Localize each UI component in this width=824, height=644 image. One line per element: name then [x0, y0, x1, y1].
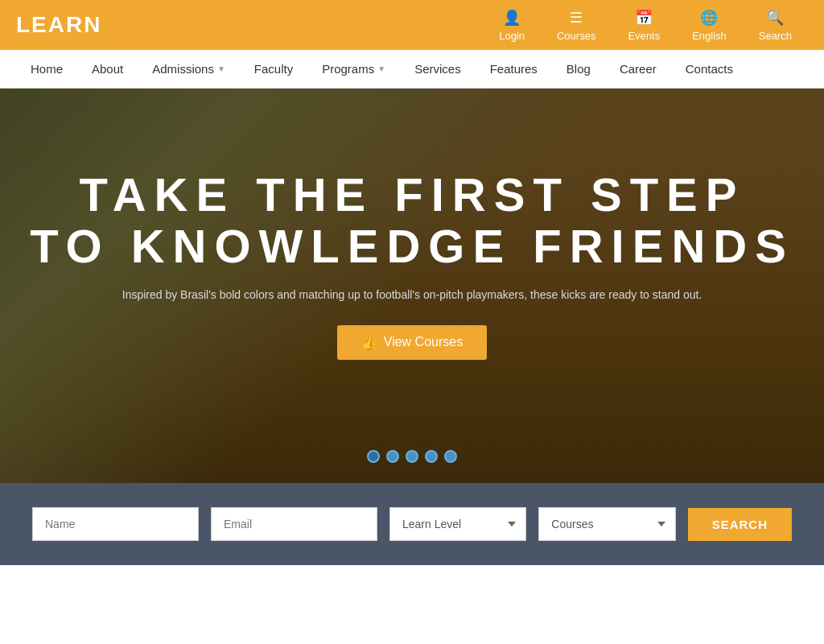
hero-title-line1: TAKE THE FIRST STEP	[0, 169, 824, 221]
slide-dot-5[interactable]	[444, 450, 457, 463]
slide-dot-4[interactable]	[425, 450, 438, 463]
navbar: Home About Admissions ▼ Faculty Programs…	[0, 50, 824, 89]
nav-blog[interactable]: Blog	[552, 50, 605, 88]
slide-dot-1[interactable]	[367, 450, 380, 463]
thumbs-up-icon: 👍	[361, 335, 377, 350]
hero-title-line2: TO KNOWLEDGE FRIENDS	[0, 221, 824, 272]
hero-section: TAKE THE FIRST STEP TO KNOWLEDGE FRIENDS…	[0, 89, 824, 483]
email-input[interactable]	[211, 507, 377, 541]
nav-about[interactable]: About	[77, 50, 138, 88]
courses-icon: ☰	[570, 9, 583, 27]
language-icon: 🌐	[700, 9, 718, 27]
nav-contacts[interactable]: Contacts	[671, 50, 748, 88]
events-button[interactable]: 📅 Events	[612, 2, 676, 48]
nav-services[interactable]: Services	[400, 50, 476, 88]
nav-faculty[interactable]: Faculty	[240, 50, 307, 88]
search-submit-button[interactable]: SEARCH	[688, 508, 792, 541]
admissions-dropdown-arrow: ▼	[217, 64, 225, 73]
programs-dropdown-arrow: ▼	[377, 64, 385, 73]
slide-dot-2[interactable]	[386, 450, 399, 463]
language-button[interactable]: 🌐 English	[676, 2, 743, 48]
view-courses-button[interactable]: 👍 View Courses	[337, 325, 487, 360]
learn-level-select[interactable]: Learn Level Beginner Intermediate Advanc…	[389, 507, 526, 541]
nav-home[interactable]: Home	[16, 50, 77, 88]
header: LEARN 👤 Login ☰ Courses 📅 Events 🌐 Engli…	[0, 0, 824, 50]
nav-admissions[interactable]: Admissions ▼	[138, 50, 240, 88]
search-button[interactable]: 🔍 Search	[743, 2, 808, 48]
search-section: Learn Level Beginner Intermediate Advanc…	[0, 483, 824, 565]
slider-dots	[367, 450, 457, 463]
search-icon: 🔍	[766, 9, 784, 27]
events-icon: 📅	[635, 9, 653, 27]
hero-content: TAKE THE FIRST STEP TO KNOWLEDGE FRIENDS…	[0, 89, 824, 360]
name-input[interactable]	[32, 507, 199, 541]
slide-dot-3[interactable]	[406, 450, 418, 463]
nav-career[interactable]: Career	[605, 50, 671, 88]
login-icon: 👤	[503, 9, 521, 27]
login-button[interactable]: 👤 Login	[483, 2, 541, 48]
header-actions: 👤 Login ☰ Courses 📅 Events 🌐 English 🔍 S…	[483, 2, 808, 48]
courses-button[interactable]: ☰ Courses	[541, 2, 612, 48]
courses-select[interactable]: Courses Math Science Language Arts	[538, 507, 675, 541]
site-logo[interactable]: LEARN	[16, 12, 483, 38]
nav-programs[interactable]: Programs ▼	[307, 50, 400, 88]
hero-subtitle: Inspired by Brasil's bold colors and mat…	[0, 288, 824, 301]
nav-features[interactable]: Features	[476, 50, 552, 88]
